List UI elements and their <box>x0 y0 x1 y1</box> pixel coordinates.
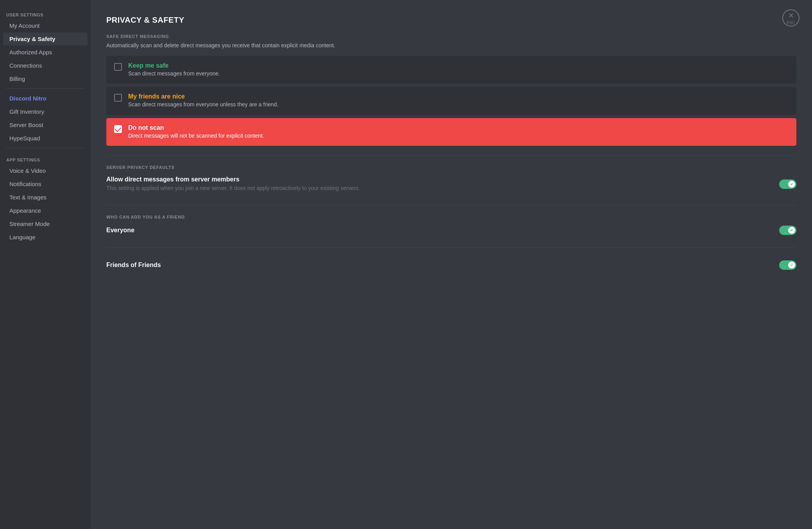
safe-dm-section-label: Safe Direct Messaging <box>106 34 796 39</box>
sidebar-item-gift-inventory[interactable]: Gift Inventory <box>3 105 88 118</box>
sidebar-item-authorized-apps[interactable]: Authorized Apps <box>3 46 88 59</box>
sidebar-item-language[interactable]: Language <box>3 231 88 244</box>
option-do-not-scan[interactable]: Do not scan Direct messages will not be … <box>106 118 796 146</box>
sidebar-item-notifications[interactable]: Notifications <box>3 178 88 190</box>
sidebar-item-connections[interactable]: Connections <box>3 59 88 72</box>
sidebar-item-hypesquad[interactable]: HypeSquad <box>3 132 88 145</box>
setting-allow-dm-desc: This setting is applied when you join a … <box>106 185 779 192</box>
setting-allow-dm-block: Allow direct messages from server member… <box>106 176 779 192</box>
close-icon: ✕ <box>788 11 794 20</box>
sidebar-item-text-images[interactable]: Text & Images <box>3 191 88 204</box>
sidebar: User Settings My Account Privacy & Safet… <box>0 0 91 529</box>
option-friends-nice-desc: Scan direct messages from everyone unles… <box>128 101 789 109</box>
sidebar-item-voice-video[interactable]: Voice & Video <box>3 164 88 177</box>
sidebar-divider-1 <box>6 88 84 89</box>
divider-2 <box>106 205 796 205</box>
option-do-not-scan-text: Do not scan Direct messages will not be … <box>128 124 789 140</box>
close-button[interactable]: ✕ ESC <box>782 9 799 27</box>
option-do-not-scan-title: Do not scan <box>128 124 789 131</box>
option-friends-nice-title: My friends are nice <box>128 93 789 100</box>
setting-allow-dm-label: Allow direct messages from server member… <box>106 176 779 183</box>
toggle-everyone[interactable] <box>779 226 796 235</box>
sidebar-divider-2 <box>6 148 84 148</box>
toggle-allow-dm-knob <box>788 181 795 188</box>
sidebar-item-my-account[interactable]: My Account <box>3 19 88 32</box>
close-label: ESC <box>787 21 795 25</box>
safe-dm-desc: Automatically scan and delete direct mes… <box>106 42 796 50</box>
divider-3 <box>106 247 796 248</box>
option-friends-nice[interactable]: My friends are nice Scan direct messages… <box>106 87 796 115</box>
checkbox-do-not-scan[interactable] <box>114 125 122 133</box>
server-privacy-section-label: Server Privacy Defaults <box>106 165 796 170</box>
user-settings-label: User Settings <box>0 6 91 19</box>
setting-friends-of-friends: Friends of Friends <box>106 257 796 273</box>
option-keep-me-safe-desc: Scan direct messages from everyone. <box>128 70 789 78</box>
sidebar-item-appearance[interactable]: Appearance <box>3 204 88 217</box>
main-content: ✕ ESC Privacy & Safety Safe Direct Messa… <box>91 0 812 529</box>
sidebar-item-discord-nitro[interactable]: Discord Nitro <box>3 92 88 105</box>
sidebar-item-server-boost[interactable]: Server Boost <box>3 118 88 131</box>
setting-everyone: Everyone <box>106 222 796 238</box>
friend-section-label: Who Can Add You As A Friend <box>106 215 796 219</box>
setting-fof-block: Friends of Friends <box>106 262 779 269</box>
setting-everyone-label: Everyone <box>106 227 779 234</box>
option-friends-nice-text: My friends are nice Scan direct messages… <box>128 93 789 109</box>
divider-1 <box>106 155 796 156</box>
page-title: Privacy & Safety <box>106 16 796 25</box>
toggle-fof-knob <box>788 262 795 269</box>
app-settings-label: App Settings <box>0 151 91 164</box>
checkbox-friends-nice[interactable] <box>114 94 122 102</box>
checkbox-keep-me-safe[interactable] <box>114 63 122 71</box>
setting-allow-dm: Allow direct messages from server member… <box>106 173 796 195</box>
sidebar-item-billing[interactable]: Billing <box>3 72 88 85</box>
toggle-fof[interactable] <box>779 260 796 270</box>
toggle-everyone-knob <box>788 227 795 234</box>
toggle-allow-dm[interactable] <box>779 179 796 189</box>
option-keep-me-safe[interactable]: Keep me safe Scan direct messages from e… <box>106 56 796 84</box>
setting-fof-label: Friends of Friends <box>106 262 779 269</box>
sidebar-item-privacy-safety[interactable]: Privacy & Safety <box>3 32 88 45</box>
option-keep-me-safe-text: Keep me safe Scan direct messages from e… <box>128 62 789 78</box>
option-keep-me-safe-title: Keep me safe <box>128 62 789 69</box>
sidebar-item-streamer-mode[interactable]: Streamer Mode <box>3 217 88 230</box>
setting-everyone-block: Everyone <box>106 227 779 234</box>
option-do-not-scan-desc: Direct messages will not be scanned for … <box>128 132 789 140</box>
